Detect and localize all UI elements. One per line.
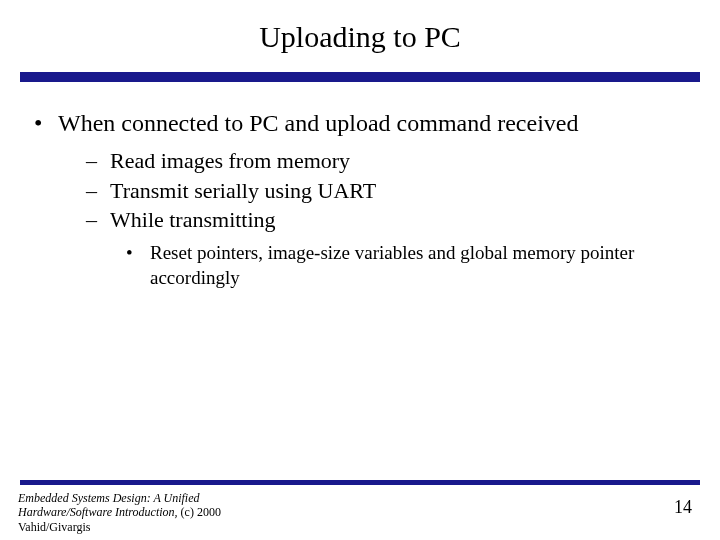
disc-icon: • xyxy=(126,241,150,290)
title-rule xyxy=(20,72,700,82)
bullet-text: Transmit serially using UART xyxy=(110,176,376,206)
footer-book: Embedded Systems Design: A Unified Hardw… xyxy=(18,491,200,519)
footer-attribution: Embedded Systems Design: A Unified Hardw… xyxy=(18,491,278,534)
bullet-level1: • When connected to PC and upload comman… xyxy=(30,108,690,138)
bullet-text: When connected to PC and upload command … xyxy=(58,108,579,138)
bullet-text: While transmitting xyxy=(110,205,276,235)
footer-row: Embedded Systems Design: A Unified Hardw… xyxy=(0,491,720,534)
slide-body: • When connected to PC and upload comman… xyxy=(0,108,720,290)
bullet-text: Reset pointers, image-size variables and… xyxy=(150,241,690,290)
dash-icon: – xyxy=(86,205,110,235)
disc-icon: • xyxy=(30,108,58,138)
slide-footer: Embedded Systems Design: A Unified Hardw… xyxy=(0,480,720,540)
bullet-level2: – Read images from memory xyxy=(86,146,690,176)
slide-title: Uploading to PC xyxy=(0,20,720,54)
bullet-level2: – Transmit serially using UART xyxy=(86,176,690,206)
slide: Uploading to PC • When connected to PC a… xyxy=(0,0,720,540)
dash-icon: – xyxy=(86,146,110,176)
bullet-level2: – While transmitting xyxy=(86,205,690,235)
bullet-level3: • Reset pointers, image-size variables a… xyxy=(126,241,690,290)
dash-icon: – xyxy=(86,176,110,206)
page-number: 14 xyxy=(674,491,692,518)
footer-rule xyxy=(20,480,700,485)
bullet-text: Read images from memory xyxy=(110,146,350,176)
